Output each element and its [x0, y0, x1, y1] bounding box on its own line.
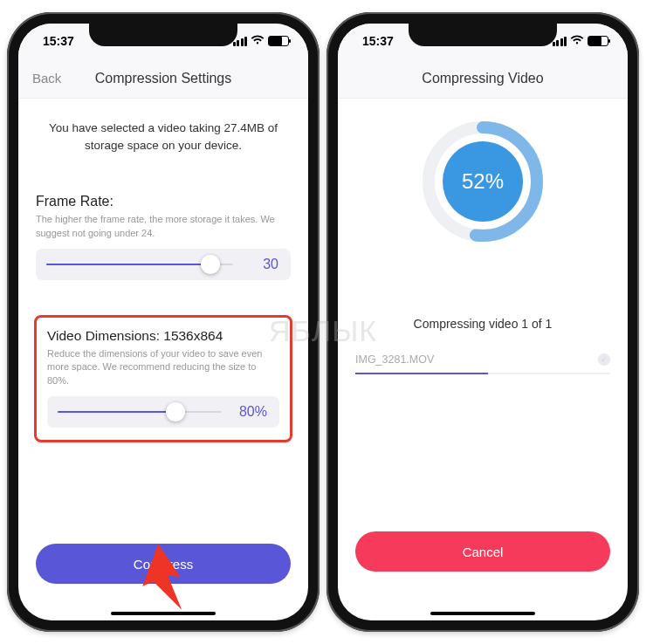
frame-rate-value: 30 [244, 257, 278, 272]
dimensions-value: 80% [232, 404, 267, 420]
check-icon: ✓ [598, 353, 610, 366]
home-indicator[interactable] [430, 612, 535, 615]
dimensions-thumb [166, 402, 185, 421]
phone-right: 15:37 Compressing Video 52% Comp [326, 12, 639, 632]
compress-button[interactable]: Compress [36, 544, 291, 584]
frame-rate-section: Frame Rate: The higher the frame rate, t… [36, 194, 291, 280]
frame-rate-desc: The higher the frame rate, the more stor… [36, 213, 291, 240]
back-button[interactable]: Back [32, 71, 61, 86]
progress-label: Compressing video 1 of 1 [414, 317, 553, 331]
screen-left: 15:37 Back Compression Settings You have… [18, 24, 308, 620]
dimensions-title: Video Dimensions: 1536x864 [47, 328, 279, 344]
nav-bar: Back Compression Settings [18, 58, 308, 99]
dimensions-highlight: Video Dimensions: 1536x864 Reduce the di… [34, 315, 292, 442]
file-name: IMG_3281.MOV [355, 353, 434, 366]
status-indicators [553, 34, 609, 48]
dimensions-fill [58, 411, 175, 413]
frame-rate-thumb [201, 255, 220, 274]
file-progress-fill [355, 373, 488, 374]
page-title: Compressing Video [422, 71, 543, 86]
compress-button-label: Compress [134, 557, 193, 572]
cancel-button[interactable]: Cancel [355, 531, 610, 572]
frame-rate-slider[interactable] [46, 255, 233, 274]
dimensions-slider[interactable] [58, 402, 222, 421]
progress-donut: 52% [417, 116, 548, 247]
file-progress-bar [355, 373, 610, 374]
notch [409, 24, 557, 46]
wifi-icon [251, 34, 265, 48]
status-time: 15:37 [43, 34, 74, 48]
file-row: IMG_3281.MOV ✓ [355, 353, 610, 371]
battery-icon [268, 36, 289, 46]
intro-text: You have selected a video taking 27.4MB … [36, 114, 291, 154]
progress-area: 52% Compressing video 1 of 1 [338, 116, 628, 331]
progress-percent: 52% [417, 116, 548, 247]
status-indicators [233, 34, 290, 48]
wifi-icon [570, 34, 584, 48]
cancel-button-label: Cancel [463, 545, 504, 559]
home-indicator[interactable] [111, 612, 216, 615]
battery-icon [588, 36, 608, 46]
notch [89, 24, 237, 46]
content-area: You have selected a video taking 27.4MB … [18, 99, 308, 442]
dimensions-slider-row: 80% [47, 396, 279, 428]
page-title: Compression Settings [95, 71, 232, 86]
status-time: 15:37 [362, 34, 394, 48]
frame-rate-fill [46, 264, 210, 265]
phone-left: 15:37 Back Compression Settings You have… [7, 12, 320, 632]
dimensions-desc: Reduce the dimensions of your video to s… [47, 347, 279, 387]
nav-bar: Compressing Video [338, 58, 628, 99]
screen-right: 15:37 Compressing Video 52% Comp [338, 24, 628, 620]
frame-rate-slider-row: 30 [36, 249, 291, 280]
frame-rate-title: Frame Rate: [36, 194, 291, 209]
